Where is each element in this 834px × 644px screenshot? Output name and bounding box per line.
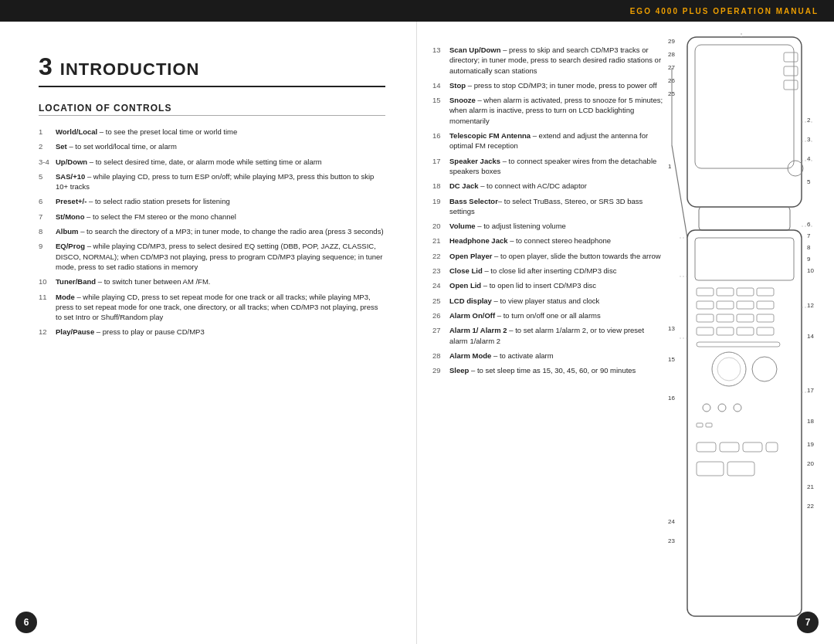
svg-rect-68 bbox=[727, 462, 754, 476]
svg-point-58 bbox=[703, 404, 710, 412]
svg-line-69 bbox=[672, 145, 687, 238]
control-number: 2 bbox=[39, 141, 56, 151]
svg-rect-41 bbox=[757, 288, 774, 296]
svg-rect-62 bbox=[706, 423, 712, 427]
chapter-underline bbox=[39, 86, 385, 87]
device-illustration: 29 28 27 26 25 1 2 3 4 5 6 7 8 9 10 12 1… bbox=[664, 29, 826, 636]
control-number: 14 bbox=[432, 80, 449, 90]
svg-text:1: 1 bbox=[668, 163, 672, 170]
control-description: Scan Up/Down – press to skip and search … bbox=[449, 45, 664, 76]
svg-text:16: 16 bbox=[668, 395, 675, 402]
control-number: 20 bbox=[432, 221, 449, 231]
svg-rect-65 bbox=[743, 442, 762, 452]
svg-rect-28 bbox=[687, 37, 802, 207]
svg-rect-44 bbox=[737, 301, 754, 309]
svg-rect-49 bbox=[757, 314, 774, 322]
control-item: 25LCD display – to view player status an… bbox=[432, 296, 664, 306]
header-bar: EGO 4000 PLUS OPERATION MANUAL bbox=[0, 0, 834, 22]
control-item: 17Speaker Jacks – to connect speaker wir… bbox=[432, 156, 664, 177]
control-number: 6 bbox=[39, 196, 56, 206]
control-description: Up/Down – to select desired time, date, … bbox=[56, 157, 385, 167]
control-description: SAS/+10 – while playing CD, press to tur… bbox=[56, 171, 385, 192]
chapter-title: INTRODUCTION bbox=[60, 59, 200, 80]
svg-text:5: 5 bbox=[807, 178, 811, 185]
svg-rect-50 bbox=[697, 327, 714, 335]
control-description: Sleep – to set sleep time as 15, 30, 45,… bbox=[449, 365, 664, 375]
svg-text:24: 24 bbox=[668, 518, 675, 525]
svg-text:19: 19 bbox=[807, 441, 814, 448]
control-description: Open Lid – to open lid to insert CD/MP3 … bbox=[449, 280, 664, 290]
svg-rect-32 bbox=[784, 80, 798, 90]
control-item: 15Snooze – when alarm is activated, pres… bbox=[432, 95, 664, 126]
control-item: 2Set – to set world/local time, or alarm bbox=[39, 141, 385, 151]
right-controls-list: 13Scan Up/Down – press to skip and searc… bbox=[432, 45, 664, 380]
svg-text:17: 17 bbox=[807, 387, 814, 394]
control-description: Tuner/Band – to switch tuner between AM … bbox=[56, 276, 385, 286]
svg-rect-35 bbox=[699, 207, 790, 230]
control-number: 21 bbox=[432, 236, 449, 246]
control-item: 11Mode – while playing CD, press to set … bbox=[39, 292, 385, 323]
control-description: Set – to set world/local time, or alarm bbox=[56, 141, 385, 151]
svg-text:12: 12 bbox=[807, 302, 814, 309]
control-description: Snooze – when alarm is activated, press … bbox=[449, 95, 664, 126]
control-description: Mode – while playing CD, press to set re… bbox=[56, 292, 385, 323]
control-number: 17 bbox=[432, 156, 449, 177]
svg-rect-54 bbox=[697, 342, 780, 347]
control-item: 22Open Player – to open player, slide th… bbox=[432, 251, 664, 261]
svg-rect-29 bbox=[695, 45, 794, 168]
control-number: 26 bbox=[432, 310, 449, 320]
chapter-heading: 3 INTRODUCTION bbox=[39, 53, 385, 81]
svg-text:10: 10 bbox=[807, 267, 814, 274]
control-description: Alarm 1/ Alarm 2 – to set alarm 1/alarm … bbox=[449, 325, 664, 346]
control-description: St/Mono – to select the FM stereo or the… bbox=[56, 212, 385, 222]
controls-list: 1World/Local – to see the preset local t… bbox=[39, 127, 385, 342]
control-item: 9EQ/Prog – while playing CD/MP3, press t… bbox=[39, 241, 385, 272]
control-number: 8 bbox=[39, 226, 56, 236]
svg-point-55 bbox=[712, 352, 746, 386]
control-description: Preset+/- – to select radio station pres… bbox=[56, 196, 385, 206]
control-description: World/Local – to see the preset local ti… bbox=[56, 127, 385, 137]
svg-text:3: 3 bbox=[807, 136, 811, 143]
control-description: Bass Selector– to select TruBass, Stereo… bbox=[449, 196, 664, 217]
control-number: 10 bbox=[39, 276, 56, 286]
main-content: 3 INTRODUCTION LOCATION OF CONTROLS 1Wor… bbox=[0, 22, 834, 644]
svg-point-59 bbox=[718, 404, 726, 412]
control-item: 29Sleep – to set sleep time as 15, 30, 4… bbox=[432, 365, 664, 375]
control-description: Alarm Mode – to activate alarm bbox=[449, 351, 664, 361]
control-description: Volume – to adjust listening volume bbox=[449, 221, 664, 231]
svg-rect-47 bbox=[717, 314, 734, 322]
control-number: 9 bbox=[39, 241, 56, 272]
control-description: DC Jack – to connect with AC/DC adaptor bbox=[449, 181, 664, 191]
control-description: Open Player – to open player, slide the … bbox=[449, 251, 664, 261]
svg-rect-63 bbox=[697, 442, 716, 452]
svg-point-57 bbox=[752, 357, 777, 381]
control-description: Speaker Jacks – to connect speaker wires… bbox=[449, 156, 664, 177]
control-item: 21Headphone Jack – to connect stereo hea… bbox=[432, 236, 664, 246]
control-description: Close Lid – to close lid after inserting… bbox=[449, 266, 664, 276]
control-item: 5SAS/+10 – while playing CD, press to tu… bbox=[39, 171, 385, 192]
svg-rect-45 bbox=[757, 301, 774, 309]
chapter-number: 3 bbox=[39, 53, 53, 81]
svg-text:18: 18 bbox=[807, 418, 814, 425]
control-description: EQ/Prog – while playing CD/MP3, press to… bbox=[56, 241, 385, 272]
header-title-text: EGO 4000 PLUS OPERATION MANUAL bbox=[630, 7, 819, 15]
svg-rect-52 bbox=[737, 327, 754, 335]
svg-text:15: 15 bbox=[668, 356, 675, 363]
svg-rect-39 bbox=[717, 288, 734, 296]
control-description: Headphone Jack – to connect stereo headp… bbox=[449, 236, 664, 246]
control-item: 27Alarm 1/ Alarm 2 – to set alarm 1/alar… bbox=[432, 325, 664, 346]
control-item: 20Volume – to adjust listening volume bbox=[432, 221, 664, 231]
svg-rect-38 bbox=[697, 288, 714, 296]
header-title: EGO 4000 PLUS OPERATION MANUAL bbox=[630, 7, 819, 15]
control-number: 25 bbox=[432, 296, 449, 306]
svg-rect-61 bbox=[697, 423, 703, 427]
svg-text:21: 21 bbox=[807, 483, 814, 490]
svg-point-60 bbox=[734, 404, 741, 412]
control-item: 16Telescopic FM Antenna – extend and adj… bbox=[432, 130, 664, 151]
control-item: 8Album – to search the directory of a MP… bbox=[39, 226, 385, 236]
svg-text:29: 29 bbox=[668, 38, 675, 45]
svg-rect-64 bbox=[720, 442, 739, 452]
control-number: 24 bbox=[432, 280, 449, 290]
svg-rect-48 bbox=[737, 314, 754, 322]
control-description: Alarm On/Off – to turn on/off one or all… bbox=[449, 310, 664, 320]
